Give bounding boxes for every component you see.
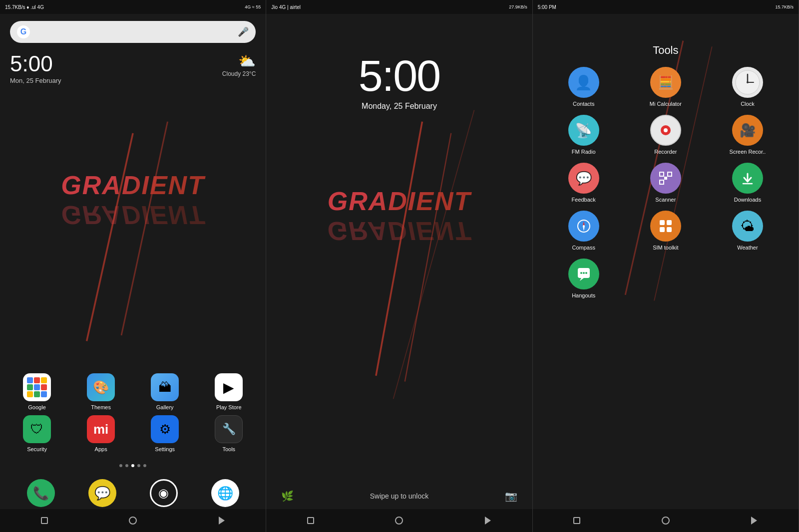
tool-contacts[interactable]: 👤 Contacts (543, 67, 625, 107)
speed-p2: 27.9KB/s (509, 4, 527, 9)
status-right-p3: 15.7KB/s (775, 4, 794, 9)
dock: 📞 💬 ◉ 🌐 (0, 479, 266, 507)
nav-home-btn-p3[interactable] (660, 515, 671, 526)
tool-downloads[interactable]: Downloads (707, 163, 789, 203)
nav-square-btn-p3[interactable] (571, 515, 582, 526)
tool-weather[interactable]: 🌤 Weather (707, 211, 789, 251)
watermark-reflect-p2: GRADIENT (266, 216, 532, 246)
app-google[interactable]: Google (5, 373, 69, 410)
time-p3: 5:00 PM (538, 4, 556, 10)
svg-point-21 (583, 225, 585, 227)
network-info: 4G ≈ 55 (245, 4, 261, 9)
tool-hangouts[interactable]: Hangouts (543, 259, 625, 298)
tool-label-scanner: Scanner (655, 197, 676, 203)
nav-square-btn[interactable] (39, 515, 50, 526)
mic-icon: 🎤 (238, 26, 249, 37)
app-label-google: Google (28, 404, 45, 410)
svg-rect-23 (667, 220, 672, 225)
svg-rect-16 (664, 177, 667, 180)
scanner-icon (650, 163, 681, 194)
nav-triangle-icon-p3 (751, 517, 757, 525)
search-bar[interactable]: G 🎤 (10, 21, 256, 43)
tools-grid: 👤 Contacts 🧮 Mi Calculator (533, 62, 799, 303)
status-right-p2: 27.9KB/s (509, 4, 527, 9)
tool-label-contacts: Contacts (573, 101, 594, 107)
app-gallery[interactable]: 🏔 Gallery (133, 373, 197, 410)
app-label-tools: Tools (222, 446, 235, 452)
lock-left-icon: 🌿 (281, 490, 294, 502)
clock-icon (732, 67, 763, 98)
dot-3 (131, 464, 134, 467)
nav-home-btn[interactable] (127, 515, 138, 526)
apps-grid: Google 🎨 Themes 🏔 Gallery ▶ Play Store (0, 373, 266, 452)
app-settings[interactable]: ⚙ Settings (133, 415, 197, 452)
compass-icon (568, 211, 599, 242)
nav-back-btn[interactable] (216, 515, 227, 526)
svg-rect-25 (667, 227, 672, 232)
app-security[interactable]: 🛡 Security (5, 415, 69, 452)
tool-recorder[interactable]: Recorder (625, 115, 707, 155)
tool-label-simtoolkit: SIM toolkit (653, 245, 678, 251)
tool-feedback[interactable]: 💬 Feedback (543, 163, 625, 203)
nav-back-btn-p2[interactable] (482, 515, 493, 526)
tool-label-calculator: Mi Calculator (650, 101, 682, 107)
app-label-apps: Apps (95, 446, 107, 452)
lock-clock-time: 5:00 (266, 14, 532, 98)
nav-circle-icon (129, 517, 137, 525)
svg-line-0 (87, 133, 133, 341)
google-logo: G (17, 25, 30, 38)
svg-rect-22 (660, 220, 665, 225)
status-left-p2: Jio 4G | airtel (271, 4, 301, 10)
feedback-icon: 💬 (568, 163, 599, 194)
weather-widget: ⛅ Cloudy 23°C (222, 53, 256, 77)
dock-camera[interactable]: ◉ (150, 479, 178, 507)
tool-clock[interactable]: Clock (707, 67, 789, 107)
simtoolkit-icon (650, 211, 681, 242)
tool-simtoolkit[interactable]: SIM toolkit (625, 211, 707, 251)
speed-p3: 15.7KB/s (775, 4, 794, 9)
lock-bottom-bar: 🌿 Swipe up to unlock 📷 (266, 490, 532, 502)
app-playstore[interactable]: ▶ Play Store (197, 373, 261, 410)
dock-phone[interactable]: 📞 (27, 479, 55, 507)
nav-square-btn-p2[interactable] (305, 515, 316, 526)
app-label-security: Security (27, 446, 47, 452)
dock-messages[interactable]: 💬 (88, 479, 116, 507)
nav-square-icon-p2 (307, 517, 314, 524)
svg-point-10 (747, 81, 749, 83)
svg-rect-14 (668, 172, 672, 176)
home-clock-time: 5:00 (10, 53, 61, 75)
carrier-info: Jio 4G | airtel (271, 4, 301, 10)
home-clock-date: Mon, 25 February (10, 77, 61, 84)
tool-compass[interactable]: Compass (543, 211, 625, 251)
status-bar-panel1: 15.7KB/s ♦ .ul 4G 4G ≈ 55 (0, 0, 266, 14)
tool-fmradio[interactable]: 📡 FM Radio (543, 115, 625, 155)
weather-icon: ⛅ (238, 53, 256, 69)
lock-camera-icon[interactable]: 📷 (505, 490, 517, 502)
app-tools[interactable]: 🔧 Tools (197, 415, 261, 452)
nav-home-btn-p2[interactable] (394, 515, 404, 526)
nav-square-icon-p3 (573, 517, 580, 524)
dot-1 (119, 464, 122, 467)
tool-scanner[interactable]: Scanner (625, 163, 707, 203)
tool-calculator[interactable]: 🧮 Mi Calculator (625, 67, 707, 107)
dock-chrome[interactable]: 🌐 (211, 479, 239, 507)
svg-rect-24 (660, 227, 665, 232)
screenrecorder-icon: 🎥 (732, 115, 763, 146)
svg-line-3 (405, 133, 451, 382)
swipe-up-text[interactable]: Swipe up to unlock (294, 492, 504, 500)
dot-2 (125, 464, 128, 467)
dot-5 (143, 464, 146, 467)
watermark-text-p2: GRADIENT (266, 186, 532, 216)
tool-label-feedback: Feedback (572, 197, 596, 203)
app-apps[interactable]: mi Apps (69, 415, 133, 452)
nav-bar-panel2 (266, 509, 532, 532)
watermark-reflect: GRADIENT (0, 200, 266, 230)
folder-title: Tools (533, 14, 799, 57)
gradient-watermark: GRADIENT GRADIENT (0, 170, 266, 230)
nav-triangle-icon (219, 517, 225, 525)
tool-screenrecorder[interactable]: 🎥 Screen Recor.. (707, 115, 789, 155)
tool-label-clock: Clock (741, 101, 755, 107)
app-themes[interactable]: 🎨 Themes (69, 373, 133, 410)
svg-line-2 (376, 122, 422, 376)
nav-back-btn-p3[interactable] (749, 515, 760, 526)
